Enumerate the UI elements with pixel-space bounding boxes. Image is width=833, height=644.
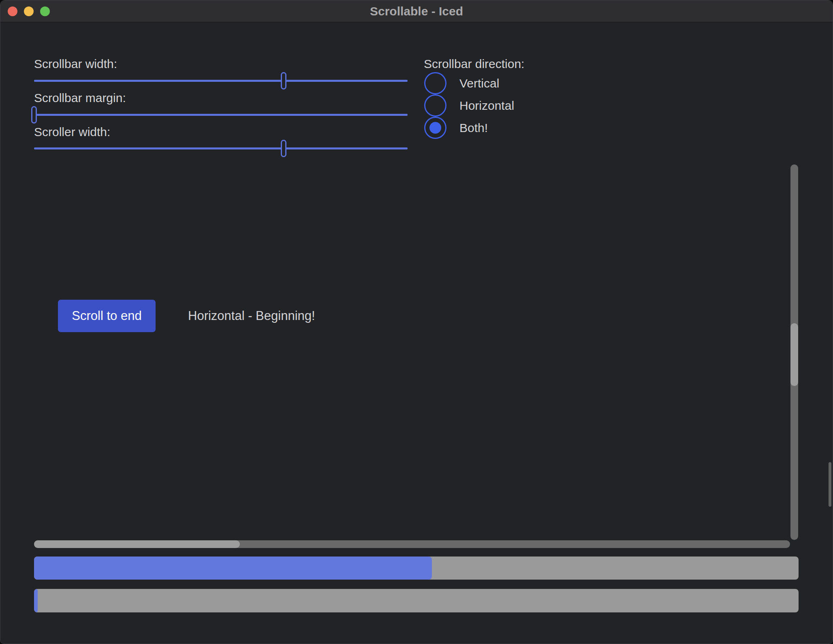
titlebar: Scrollable - Iced bbox=[0, 0, 833, 22]
slider-handle[interactable] bbox=[281, 140, 286, 157]
radio-both[interactable] bbox=[424, 117, 446, 139]
radio-dot bbox=[429, 122, 441, 134]
scrollbar-margin-label: Scrollbar margin: bbox=[34, 90, 126, 106]
scroller-width-slider[interactable] bbox=[34, 140, 408, 157]
radio-vertical[interactable] bbox=[424, 72, 446, 94]
window-edge-scrollbar-thumb[interactable] bbox=[829, 462, 831, 507]
vertical-progress-bar bbox=[34, 589, 799, 612]
vertical-scrollbar[interactable] bbox=[790, 164, 798, 540]
window-title: Scrollable - Iced bbox=[0, 0, 833, 22]
horizontal-scroller[interactable] bbox=[34, 540, 240, 548]
radio-vertical-label[interactable]: Vertical bbox=[459, 75, 499, 92]
scroll-status-text: Horizontal - Beginning! bbox=[188, 308, 315, 324]
scroller-width-label: Scroller width: bbox=[34, 124, 110, 140]
scrollbar-direction-label: Scrollbar direction: bbox=[424, 56, 524, 72]
slider-rail bbox=[34, 114, 408, 116]
progress-fill bbox=[34, 589, 38, 612]
slider-handle[interactable] bbox=[281, 72, 286, 90]
scrollbar-margin-slider[interactable] bbox=[34, 106, 408, 124]
scrollbar-width-slider[interactable] bbox=[34, 72, 408, 90]
horizontal-progress-bar bbox=[34, 557, 799, 580]
radio-both-label[interactable]: Both! bbox=[459, 120, 488, 136]
scrollbar-width-label: Scrollbar width: bbox=[34, 56, 117, 72]
radio-horizontal[interactable] bbox=[424, 94, 446, 117]
progress-fill bbox=[34, 557, 432, 580]
app-window: Scrollable - Iced Scrollbar width: Scrol… bbox=[0, 0, 833, 644]
slider-handle[interactable] bbox=[31, 106, 37, 124]
radio-horizontal-label[interactable]: Horizontal bbox=[459, 98, 514, 114]
vertical-scroller[interactable] bbox=[790, 323, 798, 386]
screen: Scrollable - Iced Scrollbar width: Scrol… bbox=[0, 0, 833, 644]
slider-rail bbox=[34, 80, 408, 82]
scroll-to-end-button[interactable]: Scroll to end bbox=[58, 300, 156, 332]
slider-rail bbox=[34, 147, 408, 149]
horizontal-scrollbar[interactable] bbox=[34, 540, 790, 548]
